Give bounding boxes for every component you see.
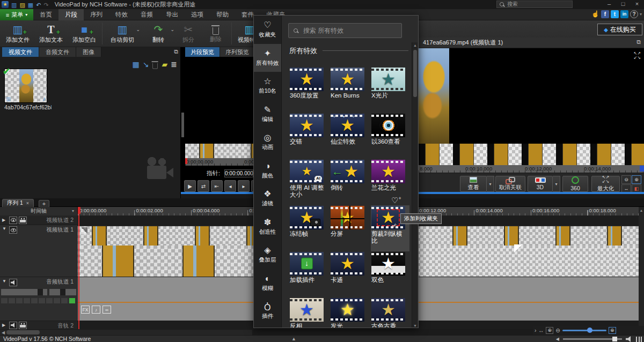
facebook-icon[interactable]: f [601, 10, 609, 18]
speaker-icon[interactable] [626, 336, 632, 342]
timeline-hscrollbar[interactable]: ◀ [0, 330, 252, 335]
pointer-value-field[interactable]: 0:00:00.000 [224, 169, 253, 177]
zoom-out-icon[interactable]: ⊖ [621, 175, 631, 184]
zoom-in-icon[interactable]: ⊕ [546, 327, 553, 334]
effects-category[interactable]: ◎ 动画 [254, 128, 281, 157]
media-file-item[interactable]: ✔ ▥ ♪ 4ab704c67efcf62b8... [4, 69, 52, 110]
thumbs-up-icon[interactable]: ☝ [591, 10, 599, 18]
volume-slider[interactable] [1, 289, 47, 295]
scroll-up-icon[interactable]: ▲ [639, 207, 644, 214]
effects-scrollbar[interactable]: ▲ ▼ [412, 42, 418, 328]
add-folder-icon[interactable]: ▰ [162, 60, 167, 69]
slider-handle[interactable] [38, 289, 43, 295]
effect-tile[interactable]: ★ 双色 [371, 251, 409, 298]
new-clip-icon[interactable]: ▥ [11, 2, 17, 8]
help-icon[interactable]: ? [630, 10, 638, 18]
close-button[interactable]: × [630, 0, 644, 9]
volume-left-icon[interactable]: ◀ [556, 336, 559, 342]
menu-tab[interactable]: 音频 [134, 9, 159, 20]
menu-tab[interactable]: 序列 [84, 9, 109, 20]
menu-tab[interactable]: 片段 [58, 9, 84, 20]
scroll-up-icon[interactable]: ▲ [412, 43, 418, 47]
media-tab[interactable]: 视频文件 [2, 47, 39, 57]
twitter-icon[interactable]: t [611, 10, 619, 18]
buy-online-button[interactable]: ◆ 在线购买 [597, 24, 642, 35]
maximize-button[interactable]: □ [616, 0, 630, 9]
effect-tile[interactable]: ★ 冻结帧 [289, 205, 328, 251]
effect-tile[interactable]: ★ 发光 [330, 298, 369, 328]
preview-scroll-handle[interactable] [181, 113, 184, 137]
maximize-preview-button[interactable]: ↖↗ ↙↘ 最大化 [591, 176, 620, 192]
popout-icon[interactable]: ⧉ [174, 48, 178, 55]
menu-tab[interactable]: 首页 [33, 9, 58, 20]
axis-dropdown-icon[interactable]: ▾ [72, 207, 74, 215]
add-text-button[interactable]: T + 添加文本 [34, 20, 68, 47]
media-tab[interactable]: 音频文件 [39, 47, 76, 57]
video-viewport[interactable]: ↖↗ ↙↘ [419, 48, 644, 144]
effect-tile[interactable]: ★ 以360查看 [371, 113, 409, 159]
flip-caret-icon[interactable]: ⌄ [170, 27, 174, 32]
search-input[interactable]: 搜索 [496, 1, 573, 8]
mute-toggle[interactable] [9, 279, 17, 286]
clip-playhead-marker[interactable] [185, 158, 187, 164]
timeline-axis-header[interactable]: 时间轴 ▾ [0, 207, 78, 215]
panel-collapse-icon[interactable]: ▲ [291, 336, 296, 341]
pan-slider[interactable] [49, 289, 76, 295]
visibility-toggle[interactable] [9, 226, 17, 234]
effects-category[interactable]: Ϙ 插件 [254, 297, 281, 325]
effects-category[interactable]: ♡ 收藏夹 [254, 16, 281, 44]
360-button[interactable]: 360 [562, 176, 588, 192]
track-users-toggle[interactable] [19, 217, 27, 224]
scroll-left-icon[interactable]: ◀ [0, 330, 6, 335]
effect-tile[interactable]: ★ 仙尘特效 [330, 113, 369, 159]
mixer-icon[interactable] [636, 337, 642, 342]
effect-tile[interactable]: ★ 古色古香 [371, 298, 409, 328]
effects-category[interactable]: ✽ 创造性 [254, 213, 281, 241]
preview-tab[interactable]: 序列预览 [220, 47, 255, 57]
effect-tile[interactable]: ★ 剪裁到纵横比 [371, 205, 409, 251]
mute-toggle[interactable] [9, 322, 17, 329]
step-forward-button[interactable]: ▸ [238, 180, 250, 192]
effect-tile[interactable]: ★ Ken Burns [330, 67, 369, 113]
auto-cut-caret-icon[interactable]: ⌄ [136, 27, 140, 32]
sequence-ruler[interactable]: 8.0000:00:10.0000:00:12.0000:00:14.000 [419, 165, 644, 173]
3d-button[interactable]: 3D [528, 176, 553, 192]
effects-category[interactable]: ◑ 颜色 [254, 157, 281, 185]
timeline-vscrollbar[interactable]: ▲ [639, 207, 644, 326]
effect-tile[interactable]: ★ X光片 [371, 67, 409, 113]
effects-category[interactable]: ✦ 所有特效 [254, 44, 281, 72]
zoom-slider-handle[interactable] [587, 328, 592, 333]
scroll-down-icon[interactable]: ▼ [412, 324, 418, 328]
scrollbar-thumb[interactable] [413, 50, 417, 97]
auto-cut-button[interactable]: ▥ ⌄ 自动剪切 [104, 20, 141, 47]
zoom-in-icon[interactable]: ⊕ [632, 175, 641, 184]
chevron-icon[interactable]: › [535, 328, 536, 333]
expand-icon[interactable]: ▶ [2, 323, 8, 328]
menu-tab[interactable]: 帮助 [210, 9, 235, 20]
popout-icon[interactable]: ⧉ [636, 39, 641, 46]
menu-tab[interactable]: 选项 [185, 9, 210, 20]
clip-transition-marker[interactable] [514, 244, 522, 252]
fit-width-icon[interactable]: ↔ [538, 328, 544, 333]
volume-slider[interactable] [563, 338, 622, 340]
expand-icon[interactable]: ▶ [2, 218, 8, 222]
effect-tile[interactable]: ★ 卡通 [330, 251, 369, 298]
sequence-filmstrip[interactable] [419, 144, 644, 165]
audio-clip-badge[interactable]: ∞ [103, 306, 111, 314]
effect-tile[interactable]: ★ 倒转 [330, 159, 369, 205]
collapse-icon[interactable]: ▼ [2, 279, 8, 284]
effect-tile[interactable]: ★ 反相 [289, 298, 328, 328]
effects-category[interactable]: ◐ 模糊 [254, 269, 281, 298]
open-icon[interactable]: ▨ [19, 2, 25, 8]
media-tab[interactable]: 图像 [76, 47, 101, 57]
effect-tile[interactable]: ★ 360度放置 [289, 67, 328, 113]
sequence-tab[interactable]: 序列 1 × [2, 199, 34, 207]
effects-category[interactable]: ☆ 前10名 [254, 72, 281, 100]
scrollbar-thumb[interactable] [6, 330, 40, 334]
minimize-button[interactable]: – [602, 0, 616, 9]
effect-tile[interactable]: ★ 分屏 [330, 205, 369, 251]
list-view-icon[interactable]: ≣ [171, 60, 177, 69]
menu-tab[interactable]: 特效 [109, 9, 134, 20]
effects-category[interactable]: ✎ 编辑 [254, 100, 281, 129]
go-start-button[interactable]: ⇤ [211, 180, 223, 192]
